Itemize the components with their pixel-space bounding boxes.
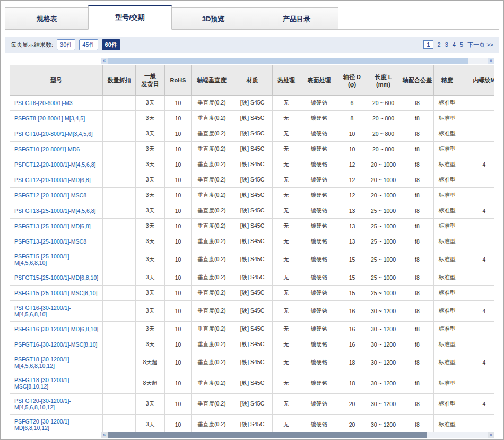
model-link[interactable]: PSFGT12-[20-1000/1]-MD[6,8] xyxy=(14,177,91,183)
table-row: PSFGT12-[20-1000/1]-MD[6,8]3天10垂直度(0.2)[… xyxy=(10,172,495,188)
cell-surface-treatment: 镀硬铬 xyxy=(300,234,338,249)
table-row: PSFGT6-[20-600/1]-M33天10垂直度(0.2)[铁] S45C… xyxy=(10,96,495,111)
scroll-thumb[interactable] xyxy=(108,58,468,64)
cell-qty-discount xyxy=(103,219,136,234)
cell-precision: 标准型 xyxy=(434,286,460,301)
cell-length: 20 ~ 800 xyxy=(366,126,401,142)
model-link[interactable]: PSFGT20-[30-1200/1]-M[4,5,6,8,10,12] xyxy=(14,398,71,410)
page-4-link[interactable]: 4 xyxy=(453,41,456,48)
page-1-link[interactable]: 1 xyxy=(423,40,433,49)
tab-product-catalog[interactable]: 产品目录 xyxy=(255,7,338,29)
model-link[interactable]: PSFGT12-[20-1000/1]-M[4,5,6,8] xyxy=(14,161,96,168)
scroll-right-button[interactable]: » xyxy=(488,58,494,64)
tab-3d-preview[interactable]: 3D预览 xyxy=(171,7,255,29)
cell-rohs: 10 xyxy=(165,394,192,415)
model-link[interactable]: PSFGT16-[30-1200/1]-MSC[8,10] xyxy=(14,341,97,348)
per-page-45-button[interactable]: 45件 xyxy=(79,39,98,50)
per-page-label: 每页显示结果数: xyxy=(11,41,53,49)
cell-shaft-dia: 18 xyxy=(338,373,366,394)
model-link[interactable]: PSFGT18-[30-1200/1]-M[4,5,6,8,10,12] xyxy=(14,356,71,369)
scroll-track[interactable] xyxy=(108,432,488,438)
cell-shaft-dia: 12 xyxy=(338,157,366,172)
cell-precision: 标准型 xyxy=(434,142,460,157)
tab-specifications[interactable]: 规格表 xyxy=(5,7,89,29)
cell-model: PSFGT10-[20-800/1]-MD6 xyxy=(10,142,103,157)
cell-material: [铁] S45C xyxy=(232,188,273,203)
cell-material: [铁] S45C xyxy=(232,249,273,270)
model-link[interactable]: PSFGT10-[20-800/1]-MD6 xyxy=(14,146,80,152)
cell-precision: 标准型 xyxy=(434,352,460,373)
cell-surface-treatment: 镀硬铬 xyxy=(300,203,338,219)
column-header-precision: 精度 xyxy=(434,65,460,96)
model-link[interactable]: PSFGT16-[30-1200/1]-M[4,5,6,8,10] xyxy=(14,305,71,317)
model-link[interactable]: PSFGT12-[20-1000/1]-MSC8 xyxy=(14,192,86,199)
model-link[interactable]: PSFGT8-[20-800/1]-M[3,4,5] xyxy=(14,115,85,122)
model-link[interactable]: PSFGT15-[25-1000/1]-M[4,5,6,8,10] xyxy=(14,253,71,266)
page-5-link[interactable]: 5 xyxy=(460,41,463,48)
model-link[interactable]: PSFGT13-[25-1000/1]-MD[6,8] xyxy=(14,223,91,229)
model-link[interactable]: PSFGT6-[20-600/1]-M3 xyxy=(14,100,73,106)
cell-thread: 4 xyxy=(460,203,495,219)
page-3-link[interactable]: 3 xyxy=(445,41,448,48)
cell-thread xyxy=(460,188,495,203)
model-link[interactable]: PSFGT10-[20-800/1]-M[3,4,5,6] xyxy=(14,131,93,137)
cell-qty-discount xyxy=(103,142,136,157)
cell-material: [铁] S45C xyxy=(232,142,273,157)
model-link[interactable]: PSFGT20-[30-1200/1]-MD[6,8,10,12] xyxy=(14,418,71,431)
cell-ship-date: 3天 xyxy=(136,219,165,234)
scroll-left-button[interactable]: « xyxy=(101,432,108,438)
next-page-link[interactable]: 下一页 >> xyxy=(467,41,493,49)
cell-precision: 标准型 xyxy=(434,126,460,142)
cell-thread: 4 xyxy=(460,157,495,172)
cell-material: [铁] S45C xyxy=(232,157,273,172)
cell-rohs: 10 xyxy=(165,126,192,142)
cell-fit-tolerance: f8 xyxy=(401,157,434,172)
cell-heat-treatment: 无 xyxy=(273,188,300,203)
column-header-qty-discount: 数量折扣 xyxy=(103,65,136,96)
model-link[interactable]: PSFGT15-[25-1000/1]-MD[6,8,10] xyxy=(14,274,98,281)
cell-ship-date: 3天 xyxy=(136,203,165,219)
cell-length: 20 ~ 1000 xyxy=(366,157,401,172)
model-link[interactable]: PSFGT18-[30-1200/1]-MSC[8,10,12] xyxy=(14,377,71,390)
cell-ship-date: 3天 xyxy=(136,394,165,415)
scroll-right-button[interactable]: » xyxy=(488,432,494,438)
cell-shaft-dia: 13 xyxy=(338,203,366,219)
model-link[interactable]: PSFGT13-[25-1000/1]-M[4,5,6,8] xyxy=(14,208,96,214)
cell-rohs: 10 xyxy=(165,219,192,234)
cell-shaft-dia: 15 xyxy=(338,270,366,286)
tab-model-delivery[interactable]: 型号/交期 xyxy=(88,5,172,30)
cell-thread: 4 xyxy=(460,301,495,322)
cell-shaft-dia: 6 xyxy=(338,96,366,111)
per-page-30-button[interactable]: 30件 xyxy=(57,39,75,50)
cell-length: 30 ~ 1200 xyxy=(366,394,401,415)
table-row: PSFGT16-[30-1200/1]-MSC[8,10]3天10垂直度(0.2… xyxy=(10,337,495,352)
cell-model: PSFGT13-[25-1000/1]-M[4,5,6,8] xyxy=(10,203,103,219)
scroll-track[interactable] xyxy=(108,58,488,64)
cell-heat-treatment: 无 xyxy=(273,157,300,172)
cell-precision: 标准型 xyxy=(434,249,460,270)
model-link[interactable]: PSFGT15-[25-1000/1]-MSC[8,10] xyxy=(14,290,97,296)
table-header-row: 型号 数量折扣 一般 发货日 RoHS 轴端垂直度 材质 热处理 表面处理 轴径… xyxy=(10,65,495,96)
column-header-length: 长度 L (mm) xyxy=(366,65,401,96)
cell-shaft-dia: 10 xyxy=(338,142,366,157)
cell-shaft-dia: 12 xyxy=(338,188,366,203)
table-row: PSFGT12-[20-1000/1]-M[4,5,6,8]3天10垂直度(0.… xyxy=(10,157,495,172)
cell-thread: 4 xyxy=(460,394,495,415)
model-link[interactable]: PSFGT16-[30-1200/1]-MD[6,8,10] xyxy=(14,326,98,332)
cell-precision: 标准型 xyxy=(434,373,460,394)
cell-fit-tolerance: f8 xyxy=(401,203,434,219)
cell-ship-date: 3天 xyxy=(136,234,165,249)
cell-qty-discount xyxy=(103,157,136,172)
cell-perpendicularity: 垂直度(0.2) xyxy=(192,172,232,188)
per-page-60-button[interactable]: 60件 xyxy=(102,39,120,50)
scroll-thumb[interactable] xyxy=(108,432,427,438)
cell-material: [铁] S45C xyxy=(232,270,273,286)
model-link[interactable]: PSFGT13-[25-1000/1]-MSC8 xyxy=(14,238,86,245)
results-toolbar: 每页显示结果数: 30件 45件 60件 1 2 3 4 5 下一页 >> xyxy=(5,37,499,53)
cell-qty-discount xyxy=(103,286,136,301)
cell-shaft-dia: 13 xyxy=(338,234,366,249)
cell-heat-treatment: 无 xyxy=(273,203,300,219)
scroll-left-button[interactable]: « xyxy=(101,58,108,64)
cell-fit-tolerance: f8 xyxy=(401,111,434,126)
page-2-link[interactable]: 2 xyxy=(438,41,441,48)
